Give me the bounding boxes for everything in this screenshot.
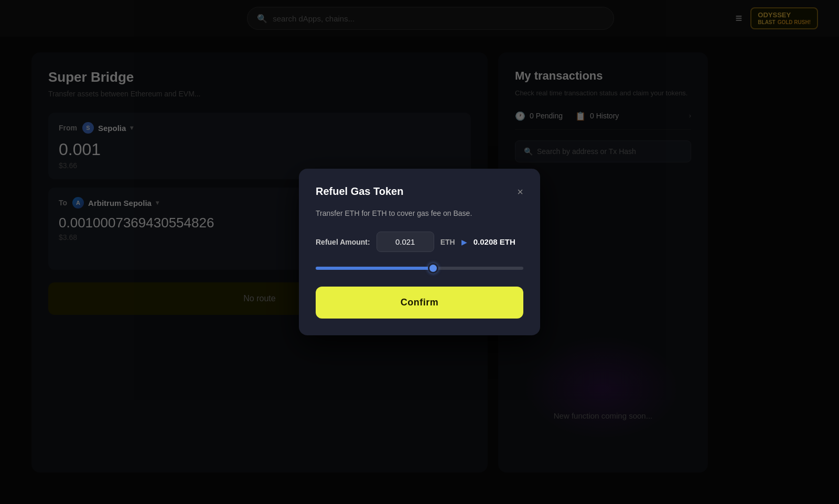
refuel-slider-container xyxy=(316,262,523,272)
refuel-amount-input[interactable] xyxy=(377,232,434,252)
modal-header: Refuel Gas Token × xyxy=(316,185,523,198)
modal-title: Refuel Gas Token xyxy=(316,185,403,198)
modal-overlay[interactable]: Refuel Gas Token × Transfer ETH for ETH … xyxy=(0,0,839,504)
refuel-result: 0.0208 ETH xyxy=(474,237,515,246)
refuel-row: Refuel Amount: ETH ▶ 0.0208 ETH xyxy=(316,232,523,252)
refuel-slider[interactable] xyxy=(316,267,523,270)
confirm-button[interactable]: Confirm xyxy=(316,287,523,319)
refuel-label: Refuel Amount: xyxy=(316,238,370,246)
refuel-modal: Refuel Gas Token × Transfer ETH for ETH … xyxy=(299,169,540,335)
refuel-unit-from: ETH xyxy=(440,238,455,246)
modal-close-button[interactable]: × xyxy=(517,187,523,197)
refuel-arrow-icon: ▶ xyxy=(461,238,467,246)
modal-description: Transfer ETH for ETH to cover gas fee on… xyxy=(316,208,523,219)
